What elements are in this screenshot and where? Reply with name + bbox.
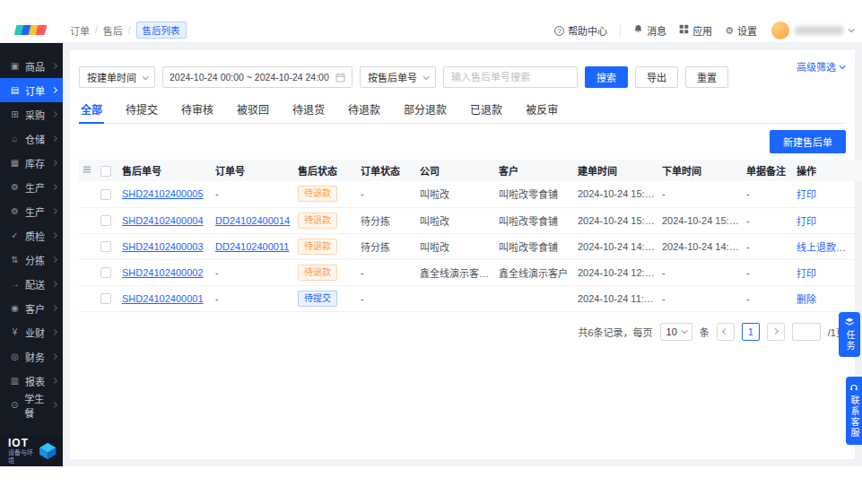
status-tabs: 全部待提交待审核被驳回待退货待退款部分退款已退款被反审 (79, 97, 846, 124)
remark-cell: - (743, 285, 793, 311)
advanced-filter-link[interactable]: 高级筛选 (797, 59, 844, 74)
topbar-action-设置[interactable]: ⚙设置 (725, 23, 757, 38)
sidebar-item-生产[interactable]: ⚙生产 (0, 199, 63, 223)
topbar-action-应用[interactable]: 应用 (679, 23, 712, 38)
column-header-公司: 公司 (416, 160, 495, 181)
table-row: SHD24102400005-待退款-叫啦改叫啦改零食铺2024-10-24 1… (79, 181, 862, 207)
unit-label: 条 (700, 325, 710, 339)
reset-button[interactable]: 重置 (685, 66, 728, 88)
sidebar-item-仓储[interactable]: ⌂仓储 (0, 126, 63, 151)
aftersale-number-link[interactable]: SHD24102400005 (122, 188, 204, 199)
sidebar-item-业财[interactable]: ¥业财 (0, 320, 63, 344)
sidebar-item-商品[interactable]: ▣商品 (0, 54, 63, 78)
aftersale-number-link[interactable]: SHD24102400004 (122, 215, 204, 226)
user-menu[interactable] (771, 22, 853, 39)
tab-待提交[interactable]: 待提交 (124, 97, 160, 123)
sidebar-item-生产[interactable]: ⚙生产 (0, 175, 63, 199)
op-打印-link[interactable]: 打印 (797, 268, 816, 279)
tab-全部[interactable]: 全部 (79, 97, 104, 123)
aftersale-number-link[interactable]: SHD24102400003 (122, 241, 204, 252)
select-all-checkbox[interactable] (100, 166, 111, 177)
page-jump-input[interactable] (792, 323, 821, 341)
tab-被驳回[interactable]: 被驳回 (235, 97, 271, 123)
row-checkbox[interactable] (100, 215, 111, 226)
new-aftersale-button[interactable]: 新建售后单 (770, 130, 846, 153)
order-number-link[interactable]: DD24102400014 (215, 215, 290, 226)
topbar-action-消息[interactable]: 消息 (633, 23, 666, 38)
report-icon: ▥ (9, 376, 21, 386)
page: 订单/售后/售后列表 ?帮助中心消息应用⚙设置 ▣商品▤订单⊞采购⌂仓储▦库存⚙… (0, 18, 862, 466)
produce-icon: ⚙ (9, 182, 21, 192)
sidebar-item-学生餐[interactable]: ⊙学生餐 (0, 393, 63, 417)
page-size-select[interactable]: 10 (660, 323, 692, 341)
user-name-blurred (795, 26, 843, 35)
row-checkbox[interactable] (100, 241, 111, 252)
sidebar-footer[interactable]: IOT 设备与环境 (0, 436, 63, 466)
table-head: 售后单号订单号售后状态订单状态公司客户建单时间下单时间单据备注操作 (79, 160, 862, 181)
time-field-select[interactable]: 按建单时间 (79, 66, 155, 88)
export-button[interactable]: 导出 (635, 66, 678, 88)
row-checkbox[interactable] (100, 189, 111, 200)
actions-cell: 打印 (793, 181, 862, 207)
tab-部分退款[interactable]: 部分退款 (402, 97, 448, 123)
aftersale-number-link[interactable]: SHD24102400001 (122, 293, 204, 304)
warehouse-icon: ⌂ (9, 134, 21, 143)
next-page-button[interactable] (767, 323, 785, 341)
meal-icon: ⊙ (9, 400, 20, 410)
sidebar-item-财务[interactable]: ◎财务 (0, 344, 63, 369)
customer-service-button[interactable]: 联系客服 (846, 377, 862, 445)
sidebar-item-报表[interactable]: ▥报表 (0, 369, 63, 393)
column-header-售后状态: 售后状态 (294, 160, 357, 181)
op-线上退款-link[interactable]: 线上退款 (797, 242, 836, 253)
app-logo[interactable] (0, 18, 63, 42)
sidebar-item-客户[interactable]: ◉客户 (0, 296, 63, 320)
order-no-cell: DD24102400011 (212, 233, 294, 259)
bizfin-icon: ¥ (9, 327, 21, 337)
search-button[interactable]: 搜索 (585, 66, 628, 88)
sidebar-item-采购[interactable]: ⊞采购 (0, 102, 63, 126)
row-checkbox[interactable] (100, 293, 111, 304)
sidebar-item-订单[interactable]: ▤订单 (0, 78, 63, 102)
inventory-icon: ▦ (9, 158, 21, 168)
task-float-button[interactable]: 任务 (839, 312, 860, 357)
op-打印-link[interactable]: 打印 (797, 216, 816, 227)
tab-待审核[interactable]: 待审核 (179, 97, 215, 123)
topbar: 订单/售后/售后列表 ?帮助中心消息应用⚙设置 (0, 18, 862, 43)
op-删除-link[interactable]: 删除 (797, 294, 816, 305)
prev-page-button[interactable] (717, 323, 735, 341)
order-icon: ▤ (9, 85, 21, 95)
tab-已退款[interactable]: 已退款 (468, 97, 504, 123)
op-打印-link[interactable]: 打印 (797, 189, 816, 200)
chevron-right-icon (51, 111, 57, 117)
breadcrumb-item-1[interactable]: 订单 (70, 23, 90, 38)
aftersale-number-link[interactable]: SHD24102400002 (122, 267, 204, 278)
status-badge: 待提交 (298, 291, 337, 307)
order-number-link[interactable]: DD24102400011 (215, 241, 289, 252)
sidebar-item-质检[interactable]: ✓质检 (0, 223, 63, 248)
purchase-icon: ⊞ (9, 109, 21, 119)
tab-待退货[interactable]: 待退货 (291, 97, 327, 123)
layers-icon (844, 317, 855, 327)
tab-待退款[interactable]: 待退款 (346, 97, 382, 123)
topbar-action-帮助中心[interactable]: ?帮助中心 (554, 23, 607, 38)
date-range-input[interactable]: 2024-10-24 00:00 ~ 2024-10-24 24:00 (162, 66, 353, 88)
sidebar-item-分拣[interactable]: ⇅分拣 (0, 248, 63, 272)
number-field-select[interactable]: 按售后单号 (360, 66, 436, 88)
order-no-cell: DD24102400014 (212, 207, 294, 233)
breadcrumb-item-2[interactable]: 售后 (103, 23, 123, 38)
search-input[interactable] (443, 66, 578, 88)
order-status-cell: - (357, 181, 416, 207)
tab-被反审[interactable]: 被反审 (524, 97, 560, 123)
order-no-cell: - (212, 259, 294, 285)
order-no-cell: - (212, 181, 294, 207)
page-1-button[interactable]: 1 (742, 323, 760, 341)
chevron-right-icon (51, 87, 57, 93)
actions-cell: 删除 (793, 285, 862, 311)
sidebar-item-配送[interactable]: →配送 (0, 272, 63, 296)
status-badge: 待退款 (298, 213, 337, 229)
row-checkbox[interactable] (100, 267, 111, 278)
table-settings-icon[interactable] (83, 165, 91, 174)
sidebar-item-库存[interactable]: ▦库存 (0, 151, 63, 175)
produce2-icon: ⚙ (9, 206, 21, 216)
create-time-cell: 2024-10-24 15:04 (574, 207, 658, 233)
